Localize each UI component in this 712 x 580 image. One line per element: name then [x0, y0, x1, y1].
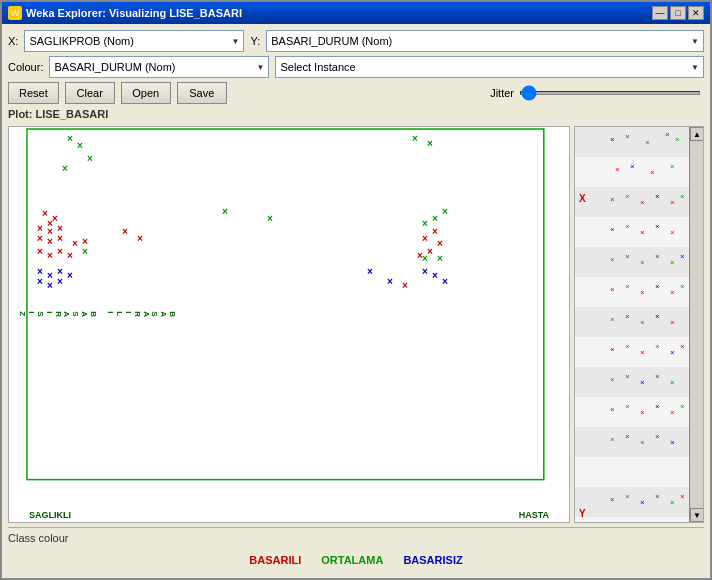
svg-text:×: ×	[625, 222, 630, 231]
svg-text:×: ×	[640, 258, 645, 267]
title-controls: — □ ✕	[652, 6, 704, 20]
svg-text:×: ×	[670, 408, 675, 417]
scatter-canvas: × × × × × × × × × × × × ×	[25, 127, 569, 504]
y-axis-plot-label: BASARILIBASARISIZORTALAMABASARILI	[11, 127, 25, 502]
mini-scroll-down-button[interactable]: ▼	[690, 508, 704, 522]
svg-text:×: ×	[655, 282, 660, 291]
svg-text:×: ×	[665, 130, 670, 139]
main-scatter-plot: BASARILIBASARISIZORTALAMABASARILI × × × …	[8, 126, 570, 523]
svg-text:×: ×	[680, 492, 685, 501]
svg-rect-0	[27, 129, 544, 480]
y-axis-value: BASARI_DURUM (Nom)	[271, 35, 392, 47]
svg-text:×: ×	[402, 280, 408, 291]
class-colour-items: BASARILI ORTALAMA BASARISIZ	[8, 548, 704, 572]
svg-rect-50	[575, 127, 691, 157]
class-colour-title: Class colour	[8, 532, 704, 544]
svg-text:×: ×	[680, 402, 685, 411]
svg-text:×: ×	[680, 342, 685, 351]
svg-text:×: ×	[610, 315, 615, 324]
save-button[interactable]: Save	[177, 82, 227, 104]
svg-text:×: ×	[77, 140, 83, 151]
svg-text:×: ×	[432, 213, 438, 224]
x-axis-plot-labels: SAGLIKLI HASTA	[29, 510, 549, 520]
svg-text:×: ×	[625, 252, 630, 261]
title-bar-left: W Weka Explorer: Visualizing LISE_BASARI	[8, 6, 242, 20]
colour-value: BASARI_DURUM (Nom)	[54, 61, 175, 73]
svg-text:×: ×	[610, 435, 615, 444]
x-axis-right-label: HASTA	[519, 510, 549, 520]
svg-text:×: ×	[640, 438, 645, 447]
y-axis-dropdown[interactable]: BASARI_DURUM (Nom) ▼	[266, 30, 704, 52]
app-icon: W	[8, 6, 22, 20]
jitter-slider[interactable]	[520, 91, 700, 95]
select-instance-dropdown[interactable]: Select Instance ▼	[275, 56, 704, 78]
svg-text:×: ×	[655, 192, 660, 201]
svg-text:×: ×	[640, 228, 645, 237]
maximize-button[interactable]: □	[670, 6, 686, 20]
svg-text:×: ×	[610, 495, 615, 504]
svg-text:×: ×	[625, 432, 630, 441]
svg-text:×: ×	[610, 285, 615, 294]
reset-button[interactable]: Reset	[8, 82, 59, 104]
svg-text:×: ×	[625, 402, 630, 411]
svg-text:×: ×	[67, 133, 73, 144]
svg-text:×: ×	[650, 168, 655, 177]
svg-text:×: ×	[437, 253, 443, 264]
svg-text:×: ×	[655, 342, 660, 351]
svg-text:×: ×	[655, 252, 660, 261]
svg-text:×: ×	[67, 270, 73, 281]
scatter-svg: × × × × × × × × × × × × ×	[25, 127, 569, 504]
svg-text:×: ×	[625, 282, 630, 291]
content-area: X: SAGLIKPROB (Nom) ▼ Y: BASARI_DURUM (N…	[2, 24, 710, 578]
x-axis-dropdown[interactable]: SAGLIKPROB (Nom) ▼	[24, 30, 244, 52]
svg-text:×: ×	[427, 138, 433, 149]
window-title: Weka Explorer: Visualizing LISE_BASARI	[26, 7, 242, 19]
svg-text:×: ×	[610, 225, 615, 234]
svg-text:×: ×	[37, 233, 43, 244]
svg-text:×: ×	[655, 312, 660, 321]
svg-text:×: ×	[630, 162, 635, 171]
svg-text:×: ×	[137, 233, 143, 244]
svg-text:×: ×	[62, 163, 68, 174]
open-button[interactable]: Open	[121, 82, 171, 104]
clear-button[interactable]: Clear	[65, 82, 115, 104]
jitter-label: Jitter	[490, 87, 514, 99]
svg-text:X: X	[579, 193, 586, 204]
colour-label: Colour:	[8, 61, 43, 73]
x-axis-dropdown-arrow: ▼	[231, 37, 239, 46]
svg-text:×: ×	[67, 250, 73, 261]
svg-text:×: ×	[645, 138, 650, 147]
svg-text:×: ×	[610, 195, 615, 204]
svg-text:×: ×	[640, 288, 645, 297]
svg-text:×: ×	[670, 378, 675, 387]
svg-text:×: ×	[640, 498, 645, 507]
svg-text:×: ×	[640, 198, 645, 207]
svg-text:×: ×	[670, 318, 675, 327]
colour-dropdown[interactable]: BASARI_DURUM (Nom) ▼	[49, 56, 269, 78]
mini-plot-panel: X Y × × × × × × × × × ×	[574, 126, 704, 523]
svg-rect-61	[575, 457, 691, 487]
svg-text:×: ×	[222, 206, 228, 217]
svg-text:×: ×	[422, 218, 428, 229]
svg-text:×: ×	[670, 228, 675, 237]
svg-text:×: ×	[422, 253, 428, 264]
plot-area: BASARILIBASARISIZORTALAMABASARILI × × × …	[8, 126, 704, 523]
svg-text:×: ×	[680, 252, 685, 261]
svg-text:Y: Y	[579, 508, 586, 519]
svg-text:×: ×	[610, 135, 615, 144]
minimize-button[interactable]: —	[652, 6, 668, 20]
mini-scrollbar[interactable]: ▲ ▼	[689, 127, 703, 522]
x-axis-left-label: SAGLIKLI	[29, 510, 71, 520]
svg-text:×: ×	[267, 213, 273, 224]
svg-text:×: ×	[47, 236, 53, 247]
svg-text:×: ×	[680, 282, 685, 291]
close-button[interactable]: ✕	[688, 6, 704, 20]
svg-text:×: ×	[442, 206, 448, 217]
colour-dropdown-arrow: ▼	[257, 63, 265, 72]
svg-text:×: ×	[625, 192, 630, 201]
select-instance-dropdown-arrow: ▼	[691, 63, 699, 72]
mini-scroll-up-button[interactable]: ▲	[690, 127, 704, 141]
class-colour-section: Class colour BASARILI ORTALAMA BASARISIZ	[8, 527, 704, 572]
svg-text:×: ×	[655, 402, 660, 411]
plot-title: Plot: LISE_BASARI	[8, 108, 704, 120]
